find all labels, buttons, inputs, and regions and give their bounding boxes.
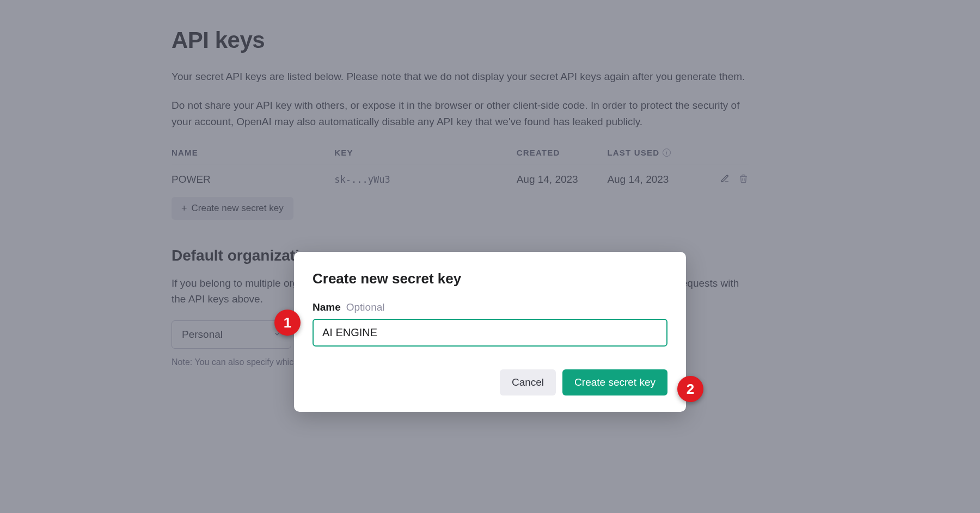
create-secret-key-modal: 1 2 Create new secret key Name Optional …	[294, 252, 686, 412]
key-name-input[interactable]	[313, 319, 667, 347]
annotation-badge-1: 1	[274, 310, 301, 336]
field-label-name: Name	[313, 301, 341, 313]
modal-overlay[interactable]: 1 2 Create new secret key Name Optional …	[0, 0, 980, 513]
modal-title: Create new secret key	[313, 270, 667, 287]
field-optional: Optional	[346, 301, 385, 313]
annotation-badge-2: 2	[677, 376, 703, 402]
cancel-button[interactable]: Cancel	[500, 369, 556, 395]
create-secret-key-button[interactable]: Create secret key	[562, 369, 667, 395]
